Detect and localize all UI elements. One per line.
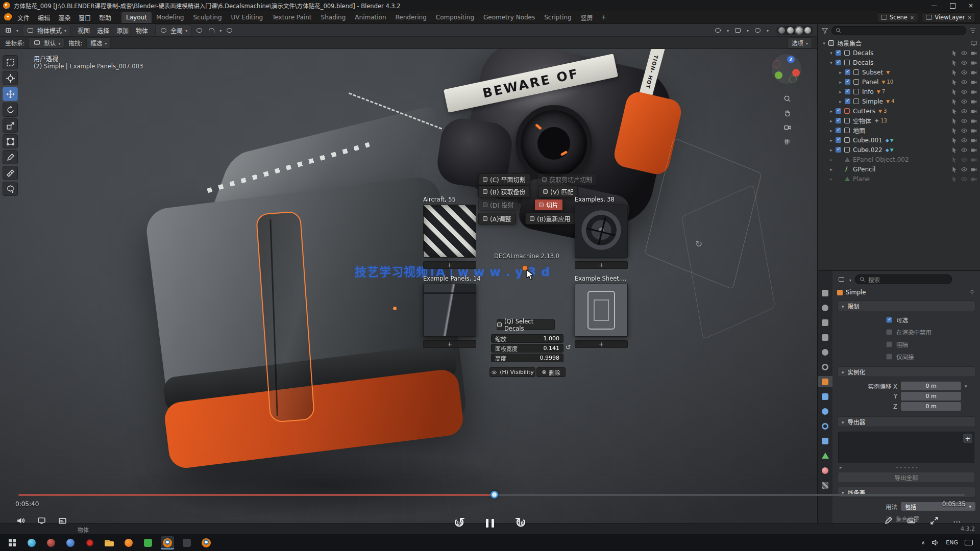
selectable-toggle-icon[interactable]	[951, 137, 958, 144]
properties-tab-output[interactable]	[818, 317, 832, 328]
properties-tab-physics[interactable]	[818, 420, 832, 432]
pie-option[interactable]: 获取剪切片切割	[537, 173, 597, 185]
checkbox[interactable]	[886, 317, 892, 323]
menu-item[interactable]: 窗口	[75, 12, 95, 23]
hide-eye-icon[interactable]	[961, 127, 968, 134]
properties-tab-modifiers[interactable]	[818, 391, 832, 402]
workspace-tab[interactable]: UV Editing	[227, 12, 268, 23]
pie-option[interactable]: 切片	[534, 199, 563, 211]
player-progress-handle[interactable]	[491, 491, 498, 498]
number-field[interactable]: 0 m	[901, 382, 961, 390]
collection-checkbox[interactable]	[845, 98, 850, 104]
render-camera-icon[interactable]	[970, 88, 977, 95]
decal-thumbnail[interactable]	[423, 284, 476, 337]
workspace-tab[interactable]: Animation	[350, 12, 390, 23]
add-decal-button[interactable]: +	[423, 340, 476, 348]
close-button[interactable]: ×	[962, 0, 980, 11]
selectable-toggle-icon[interactable]	[951, 69, 958, 76]
viewport-menu-item[interactable]: 视图	[74, 25, 93, 36]
expand-arrow-icon[interactable]: ▸	[828, 157, 835, 162]
outliner-search-input[interactable]	[831, 26, 966, 35]
taskbar-app-icon[interactable]	[161, 536, 174, 549]
language-indicator[interactable]: ENG	[946, 539, 958, 546]
pie-option[interactable]: (C) 平面切割	[478, 173, 530, 185]
render-camera-icon[interactable]	[970, 146, 977, 154]
player-timeline[interactable]	[18, 494, 965, 496]
render-camera-icon[interactable]	[970, 176, 977, 183]
checkbox[interactable]	[886, 354, 892, 360]
hide-eye-icon[interactable]	[961, 98, 968, 105]
solid-shading-button[interactable]	[787, 27, 794, 34]
outliner-row[interactable]: ▸ EPanel Object.002	[818, 155, 980, 164]
touch-keyboard-icon[interactable]	[965, 540, 973, 545]
pie-value-slider[interactable]: 高度 0.9998	[491, 354, 564, 362]
checkbox-row[interactable]: 仅间接	[886, 353, 975, 361]
render-camera-icon[interactable]	[970, 156, 977, 163]
taskbar-app-icon[interactable]	[6, 536, 19, 549]
render-camera-icon[interactable]	[970, 166, 977, 173]
expand-arrow-icon[interactable]: ▸	[837, 80, 844, 85]
viewlayer-selector[interactable]: ViewLayer ×	[922, 12, 976, 22]
expand-arrow-icon[interactable]: ▸	[828, 109, 835, 114]
hide-eye-icon[interactable]	[961, 146, 968, 154]
outliner-row[interactable]: ▸ Plane	[818, 174, 980, 184]
wireframe-shading-button[interactable]	[778, 27, 785, 34]
gizmos-icon[interactable]	[733, 27, 742, 34]
section-exporters[interactable]: 导出器	[837, 416, 975, 427]
options-dropdown[interactable]: 选项	[788, 37, 812, 48]
properties-tab-particles[interactable]	[818, 406, 832, 417]
expand-arrow-icon[interactable]: ▾	[828, 60, 835, 65]
render-camera-icon[interactable]	[970, 69, 977, 76]
selectable-toggle-icon[interactable]	[951, 79, 958, 86]
render-camera-icon[interactable]	[970, 59, 977, 66]
snap-magnet-icon[interactable]	[207, 27, 216, 34]
outliner-row[interactable]: ▸ Simple 4	[818, 96, 980, 106]
rewind-10-button[interactable]: ↺ 10	[451, 515, 468, 531]
drag-mode-dropdown[interactable]: 框选	[86, 37, 111, 48]
viewport-menu-item[interactable]: 选择	[93, 25, 113, 36]
maximize-button[interactable]	[943, 0, 962, 11]
selectable-toggle-icon[interactable]	[951, 156, 958, 163]
taskbar-app-icon[interactable]	[122, 536, 135, 549]
collection-checkbox[interactable]	[845, 79, 850, 85]
properties-tab-world[interactable]	[818, 361, 832, 372]
selectable-toggle-icon[interactable]	[951, 176, 958, 183]
render-camera-icon[interactable]	[970, 117, 977, 124]
properties-tab-render[interactable]	[818, 302, 832, 313]
annotate-button[interactable]	[884, 516, 893, 527]
hide-eye-icon[interactable]	[961, 108, 968, 115]
checkbox-row[interactable]: 在渲染中禁用	[886, 328, 975, 336]
taskbar-app-icon[interactable]	[64, 536, 77, 549]
viewport-menu-item[interactable]: 物体	[132, 25, 152, 36]
expand-arrow-icon[interactable]: ▾	[821, 41, 827, 46]
decal-thumbnail[interactable]	[575, 205, 628, 258]
expand-arrow-icon[interactable]: ▸	[837, 89, 844, 94]
expand-arrow-icon[interactable]: ▾	[828, 51, 835, 56]
taskbar-app-icon[interactable]	[103, 536, 116, 549]
expand-arrow-icon[interactable]: ▸	[837, 99, 844, 104]
selectable-toggle-icon[interactable]	[951, 98, 958, 105]
scene-selector[interactable]: Scene ×	[877, 12, 918, 22]
collection-checkbox[interactable]	[836, 108, 841, 114]
outliner-row[interactable]: ▸ 空物体 13	[818, 116, 980, 126]
add-decal-button[interactable]: +	[423, 261, 476, 269]
pause-button[interactable]	[486, 519, 494, 528]
checkbox[interactable]	[886, 341, 892, 347]
hide-eye-icon[interactable]	[961, 88, 968, 95]
render-camera-icon[interactable]	[970, 137, 977, 144]
outliner-row[interactable]: ▾ Decals	[818, 48, 980, 58]
pie-option[interactable]: (V) 匹配	[538, 186, 578, 197]
workspace-tab[interactable]: Rendering	[391, 12, 431, 23]
hide-eye-icon[interactable]	[961, 137, 968, 144]
filter-funnel-icon[interactable]	[821, 27, 828, 34]
hide-eye-icon[interactable]	[961, 156, 968, 163]
outliner-row[interactable]: ▸ Info 7	[818, 87, 980, 96]
expand-arrow-icon[interactable]: ▸	[828, 167, 835, 172]
3d-viewport[interactable]: BEWARE OF TION- HOT	[0, 49, 817, 523]
mode-dropdown[interactable]: 物体模式	[22, 24, 70, 36]
selectable-toggle-icon[interactable]	[951, 127, 958, 134]
rendered-shading-button[interactable]	[804, 27, 811, 34]
proportional-editing-icon[interactable]	[225, 27, 234, 34]
selectable-toggle-icon[interactable]	[951, 146, 958, 154]
workspace-tab[interactable]: Layout	[121, 12, 152, 23]
